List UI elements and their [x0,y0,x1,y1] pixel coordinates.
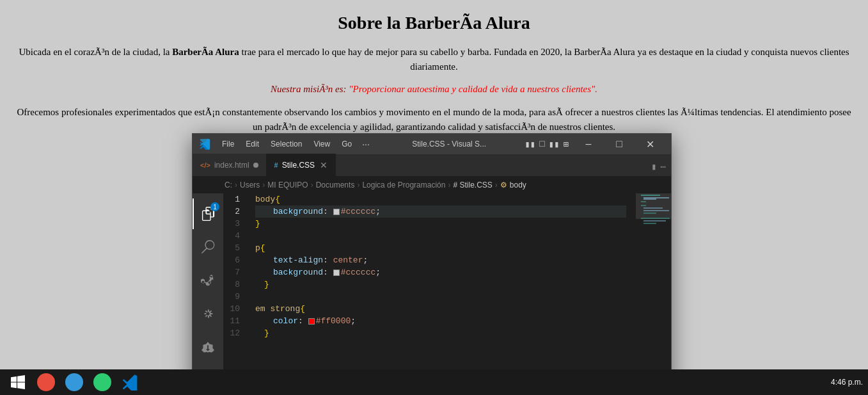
taskbar-app-icon-blue [65,373,83,391]
code-line-4 [255,230,626,242]
intro-text-2: trae para el mercado lo que hay de mejor… [239,47,849,72]
svg-rect-6 [643,210,669,211]
code-prop-background-1: background [273,206,323,218]
breadcrumb-stilecss: # Stile.CSS [453,181,492,189]
code-line-1: body{ [255,193,626,206]
color-swatch-cccccc-2 [333,270,340,276]
line-num-3: 3 [223,218,244,230]
layout-icon-2[interactable]: □ [539,139,544,149]
breadcrumb-documents: Documents [316,181,355,189]
html-file-icon: </> [200,161,210,169]
line-num-5: 5 [223,242,244,254]
svg-rect-3 [641,201,646,202]
code-brace-3: } [255,218,260,230]
code-line-11: color: #ff0000; [255,315,626,327]
svg-rect-10 [643,223,656,224]
code-line-9 [255,291,626,303]
activity-search[interactable] [193,232,223,262]
code-line-6: text-align: center; [255,254,626,266]
activity-bar: 1 [193,193,223,382]
vscode-app-icon [199,138,212,150]
menu-go[interactable]: Go [336,138,357,150]
line-num-9: 9 [223,291,244,303]
taskbar-app-blue[interactable] [61,371,87,393]
titlebar-layout-icons: ▮▮ □ ▮▮ ⊞ [525,139,569,150]
line-num-6: 6 [223,254,244,266]
menu-view[interactable]: View [308,138,335,150]
taskbar-chrome-red[interactable] [33,371,59,393]
line-num-4: 4 [223,230,244,242]
tab-modified-dot [253,163,258,168]
activity-debug[interactable] [193,298,223,329]
line-num-8: 8 [223,278,244,291]
restore-button[interactable]: □ [604,134,634,154]
browser-content: Sobre la BarberÃ­a Alura Ubicada en el c… [0,0,868,153]
line-num-11: 11 [223,315,244,327]
svg-rect-1 [643,197,669,198]
code-brace-8: } [264,278,269,291]
code-brace-1: { [275,193,280,206]
line-num-2: 2 [223,206,244,218]
intro-paragraph: Ubicada en el corazÃ³n de la ciudad, la … [6,45,862,74]
tab-close-button[interactable]: ✕ [320,160,327,170]
activity-explorer[interactable]: 1 [193,198,223,229]
close-button[interactable]: ✕ [635,134,665,154]
taskbar-app-green[interactable] [90,371,115,393]
breadcrumb-logica: Logica de Programación [362,181,445,189]
mission-paragraph: Nuestra misiÃ³n es: "Proporcionar autoes… [6,84,862,95]
layout-icon-1[interactable]: ▮▮ [525,139,535,150]
code-selector-body: body [255,193,275,206]
line-num-10: 10 [223,303,244,315]
tab-index-html[interactable]: </> index.html [193,154,267,176]
code-line-8: } [255,278,626,291]
titlebar-title: Stile.CSS - Visual S... [374,140,525,149]
code-brace-12: } [264,327,269,339]
breadcrumb-body: body [510,181,526,189]
menu-more[interactable]: ··· [358,138,374,150]
services-paragraph: Ofrecemos profesionales experimentados q… [6,105,862,134]
activity-git[interactable] [193,265,223,296]
mission-label: Nuestra misiÃ³n es: [271,84,349,94]
layout-icon-3[interactable]: ▮▮ [549,139,560,150]
more-actions-icon[interactable]: ⋯ [661,161,666,172]
code-value-ff0000: #ff0000 [316,315,351,327]
brand-name: BarberÃ­a Alura [172,47,239,57]
taskbar-windows[interactable] [5,371,31,393]
split-editor-icon[interactable]: ▮ [651,161,656,172]
page-title: Sobre la BarberÃ­a Alura [6,13,862,33]
minimize-button[interactable]: – [574,134,603,154]
editor-area[interactable]: 1 2 3 4 5 6 7 8 9 10 11 12 body{ [223,193,671,382]
svg-rect-4 [641,205,646,206]
vscode-tabs: </> index.html # Stile.CSS ✕ ▮ ⋯ [193,154,671,177]
tab-stile-css[interactable]: # Stile.CSS ✕ [267,154,336,176]
menu-file[interactable]: File [217,138,239,150]
layout-icon-4[interactable]: ⊞ [564,139,569,150]
menu-selection[interactable]: Selection [265,138,307,150]
tab-html-label: index.html [214,161,249,170]
svg-rect-9 [643,220,666,222]
code-prop-background-2: background [273,266,323,278]
svg-rect-5 [643,207,663,209]
css-file-icon: # [274,161,278,169]
svg-rect-2 [643,198,656,200]
titlebar-controls: – □ ✕ [574,134,665,154]
code-selector-emstrong: em strong [255,303,300,315]
minimap [633,193,671,382]
vscode-breadcrumb: C: › Users › MI EQUIPO › Documents › Log… [193,177,671,193]
line-num-7: 7 [223,266,244,278]
breadcrumb-body-icon: ⚙ [500,181,507,189]
intro-text-1: Ubicada en el corazÃ³n de la ciudad, la [19,47,172,57]
code-editor-content[interactable]: body{ background: #cccccc; } p{ [249,193,633,382]
menu-edit[interactable]: Edit [241,138,264,150]
code-prop-textalign: text-align [273,254,323,266]
tab-css-label: Stile.CSS [282,161,315,170]
taskbar-app-icon-green [93,373,111,391]
taskbar-vscode[interactable] [118,371,143,393]
activity-badge: 1 [210,202,219,211]
code-line-7: background: #cccccc; [255,266,626,278]
svg-rect-7 [643,213,656,214]
activity-extensions[interactable] [193,332,223,362]
svg-rect-0 [641,195,660,196]
code-prop-color: color [273,315,298,327]
vscode-titlebar: File Edit Selection View Go ··· Stile.CS… [193,134,671,154]
